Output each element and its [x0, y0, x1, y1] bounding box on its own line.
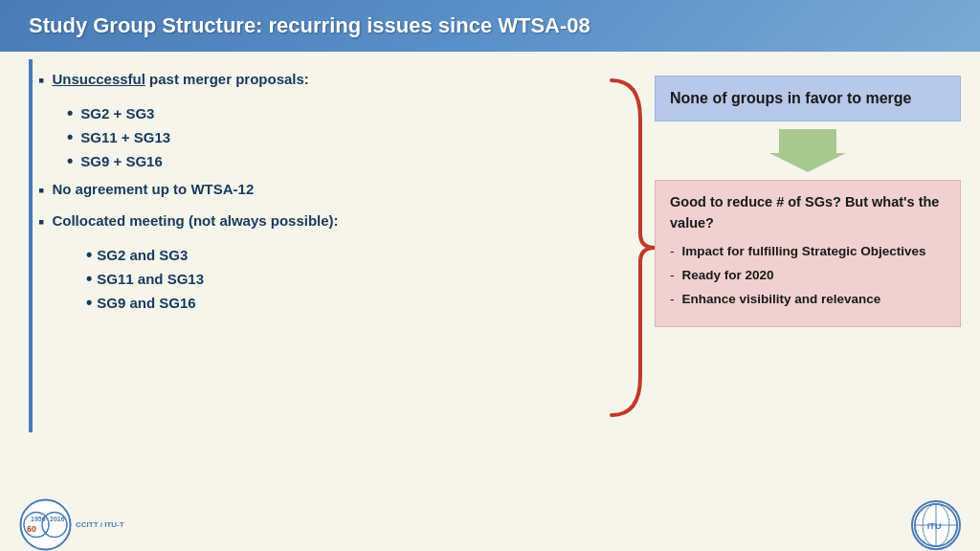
sub-bullet-sg11-sg13: SG11 + SG13 [67, 127, 635, 147]
bullet1-text: Unsuccessful past merger proposals: [52, 71, 308, 87]
content-area: ▪ Unsuccessful past merger proposals: SG… [0, 52, 980, 498]
itu-logo: ITU [911, 500, 961, 550]
bullet-icon-2: ▪ [38, 181, 44, 202]
bullet-icon-3: ▪ [38, 212, 44, 233]
svg-marker-0 [769, 129, 846, 172]
bullet-unsuccessful: ▪ Unsuccessful past merger proposals: [38, 71, 635, 92]
sub-bullet-list-1: SG2 + SG3 SG11 + SG13 SG9 + SG16 [67, 103, 635, 171]
pink-box-title: Good to reduce # of SGs? But what's the … [670, 192, 946, 234]
svg-text:2016: 2016 [50, 516, 65, 522]
slide-header: Study Group Structure: recurring issues … [0, 0, 980, 52]
ccitt-logo-icon: 1956 2016 60 [19, 498, 72, 551]
collocated-sg11-sg13: SG11 and SG13 [86, 269, 635, 289]
slide: Study Group Structure: recurring issues … [0, 0, 980, 551]
dash-item-3: - Enhance visibility and relevance [670, 290, 946, 309]
slide-footer: 1956 2016 60 CCITT / ITU-T ITU [0, 498, 980, 551]
bullet-icon-1: ▪ [38, 71, 44, 92]
sub-bullet-sg9-sg16: SG9 + SG16 [67, 151, 635, 171]
collocated-bullet-list: SG2 and SG3 SG11 and SG13 SG9 and SG16 [86, 245, 635, 313]
itu-logo-icon: ITU [913, 500, 959, 550]
logo-left-container: 1956 2016 60 CCITT / ITU-T [19, 498, 124, 551]
collocated-sg9-sg16: SG9 and SG16 [86, 293, 635, 313]
pink-info-box: Good to reduce # of SGs? But what's the … [655, 180, 961, 326]
left-panel: ▪ Unsuccessful past merger proposals: SG… [19, 71, 635, 489]
curly-brace-svg [602, 71, 655, 425]
arrow-container [655, 129, 961, 172]
ccitt-logo-text: CCITT / ITU-T [76, 520, 124, 529]
svg-text:1956: 1956 [31, 516, 46, 522]
down-arrow-icon [769, 129, 846, 172]
blue-info-box: None of groups in favor to merge [655, 76, 961, 121]
slide-title: Study Group Structure: recurring issues … [29, 13, 590, 38]
sub-bullet-sg2-sg3: SG2 + SG3 [67, 103, 635, 123]
svg-text:ITU: ITU [927, 520, 942, 530]
dash-item-2: - Ready for 2020 [670, 266, 946, 285]
bullet-collocated: ▪ Collocated meeting (not always possibl… [38, 212, 635, 233]
svg-text:60: 60 [27, 524, 36, 534]
main-bullet-list: ▪ Unsuccessful past merger proposals: SG… [38, 71, 635, 233]
bullet-no-agreement: ▪ No agreement up to WTSA-12 [38, 181, 635, 202]
collocated-sg2-sg3: SG2 and SG3 [86, 245, 635, 265]
dash-item-1: - Impact for fulfilling Strategic Object… [670, 242, 946, 261]
right-panel: None of groups in favor to merge Good to… [655, 71, 961, 489]
